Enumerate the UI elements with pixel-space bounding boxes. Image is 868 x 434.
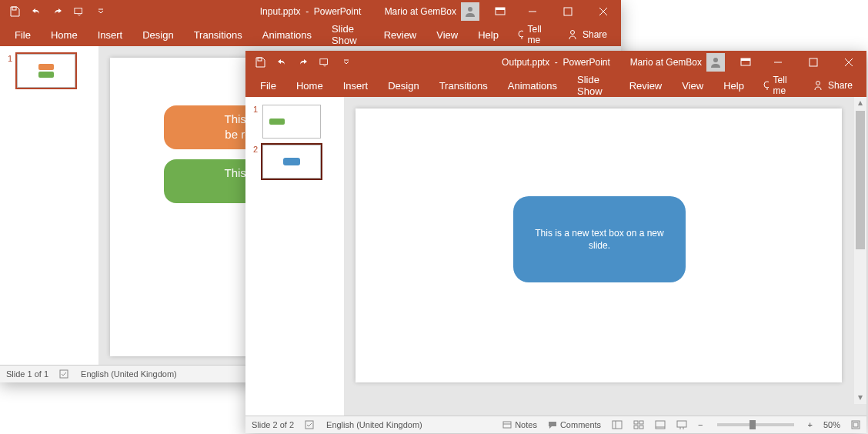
minimize-button[interactable] [515,0,550,23]
spellcheck-icon[interactable] [59,369,70,379]
redo-icon[interactable] [52,6,63,17]
tab-slideshow[interactable]: Slide Show [567,74,619,97]
svg-rect-4 [496,8,505,10]
lightbulb-icon [516,29,523,40]
slide-canvas[interactable]: This is a new text box on a new slide. [344,97,854,416]
scroll-thumb[interactable] [856,111,865,249]
tell-me[interactable]: Tell me [509,24,553,45]
tab-animations[interactable]: Animations [252,23,322,46]
tab-file[interactable]: File [250,74,286,97]
zoom-in-icon[interactable]: + [808,420,813,429]
tab-transitions[interactable]: Transitions [429,74,498,97]
tab-design[interactable]: Design [378,74,429,97]
undo-icon[interactable] [31,6,42,17]
view-slideshow-icon[interactable] [676,420,687,429]
window-title: Output.pptx - PowerPoint [502,57,610,68]
ribbon-display-options-icon[interactable] [489,0,512,23]
start-from-beginning-icon[interactable] [74,6,85,17]
close-button[interactable] [831,51,866,74]
svg-rect-36 [677,421,686,427]
svg-rect-32 [634,426,638,429]
user-account[interactable]: Mario at GemBox [624,53,731,72]
vertical-scrollbar[interactable]: ▴ ▾ [854,97,866,404]
avatar [706,53,725,72]
minimize-button[interactable] [760,51,796,74]
tab-transitions[interactable]: Transitions [184,23,252,46]
close-button[interactable] [586,0,621,23]
tab-view[interactable]: View [426,23,468,46]
tab-insert[interactable]: Insert [333,74,379,97]
svg-rect-13 [258,58,262,61]
maximize-button[interactable] [796,51,831,74]
spellcheck-icon[interactable] [305,419,315,430]
start-from-beginning-icon[interactable] [319,57,330,68]
thumb-number: 1 [250,105,258,114]
svg-rect-25 [305,421,313,429]
slide-thumbnail-panel: 1 2 [245,97,345,416]
tab-review[interactable]: Review [619,74,673,97]
slide-thumbnail[interactable] [262,145,321,179]
svg-rect-19 [810,58,817,66]
fit-to-window-icon[interactable] [851,420,860,429]
tab-home[interactable]: Home [41,23,88,46]
ribbon-tabs: File Home Insert Design Transitions Anim… [245,74,866,97]
tab-review[interactable]: Review [374,23,427,46]
svg-point-24 [816,82,820,85]
slide-counter: Slide 1 of 1 [6,369,48,379]
tab-slideshow[interactable]: Slide Show [322,23,374,46]
save-icon[interactable] [9,6,20,17]
zoom-slider[interactable] [717,423,794,426]
titlebar: Output.pptx - PowerPoint Mario at GemBox [245,51,866,74]
notes-button[interactable]: Notes [502,420,537,429]
user-account[interactable]: Mario at GemBox [379,2,486,21]
qat-more-icon[interactable] [95,6,106,17]
zoom-out-icon[interactable]: − [698,420,703,429]
view-reading-icon[interactable] [655,420,666,429]
slide-thumbnail[interactable] [17,54,75,88]
thumb-number: 1 [5,54,12,63]
scroll-up-icon[interactable]: ▴ [854,97,866,109]
text-box-blue[interactable]: This is a new text box on a new slide. [513,196,686,282]
svg-point-15 [713,58,718,62]
svg-rect-40 [853,422,858,427]
ribbon-tabs: File Home Insert Design Transitions Anim… [0,23,621,46]
language-status[interactable]: English (United Kingdom) [81,369,177,379]
tell-me[interactable]: Tell me [754,75,799,96]
tab-help[interactable]: Help [713,74,754,97]
svg-rect-14 [320,59,328,65]
powerpoint-window-output: Output.pptx - PowerPoint Mario at GemBox… [245,51,866,433]
redo-icon[interactable] [298,57,309,68]
tab-insert[interactable]: Insert [88,23,133,46]
statusbar: Slide 2 of 2 English (United Kingdom) No… [245,416,866,433]
tab-design[interactable]: Design [132,23,183,46]
undo-icon[interactable] [276,57,287,68]
avatar [461,2,479,21]
save-icon[interactable] [255,57,265,68]
view-sorter-icon[interactable] [633,420,644,429]
qat-more-icon[interactable] [341,57,352,68]
share-button[interactable]: Share [803,80,862,91]
tab-view[interactable]: View [672,74,713,97]
ribbon-display-options-icon[interactable] [734,51,757,74]
svg-point-2 [468,7,472,12]
language-status[interactable]: English (United Kingdom) [326,420,422,429]
thumb-number: 2 [250,145,258,154]
svg-rect-33 [639,426,643,429]
scroll-down-icon[interactable]: ▾ [854,392,866,404]
tab-help[interactable]: Help [468,23,509,46]
slide-thumbnail[interactable] [262,105,321,139]
share-button[interactable]: Share [558,29,616,40]
view-normal-icon[interactable] [612,420,623,429]
zoom-level[interactable]: 50% [823,420,840,429]
svg-rect-1 [75,8,82,14]
svg-rect-0 [12,7,16,10]
tab-animations[interactable]: Animations [498,74,567,97]
svg-rect-12 [60,370,68,378]
svg-rect-31 [639,421,643,424]
tab-home[interactable]: Home [286,74,333,97]
tab-file[interactable]: File [5,23,41,46]
window-title: Input.pptx - PowerPoint [260,6,361,17]
comments-button[interactable]: Comments [548,420,601,429]
maximize-button[interactable] [550,0,586,23]
share-icon [813,80,823,91]
